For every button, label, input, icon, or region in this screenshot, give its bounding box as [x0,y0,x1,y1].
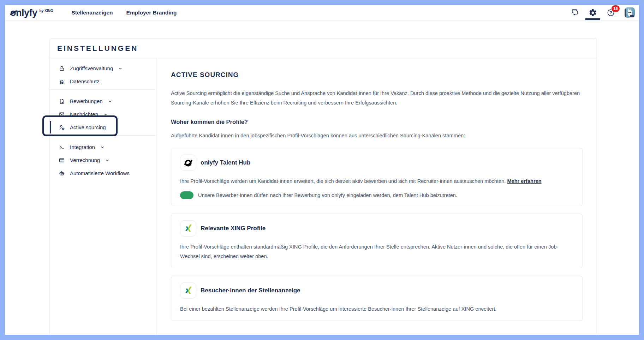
privacy-detective-icon [59,78,65,85]
panel-body: Zugriffsverwaltung Datenschutz [50,58,597,335]
card-title: Relevante XING Profile [201,225,266,232]
main-nav: Stellenanzeigen Employer Branding [71,10,177,16]
chevron-down-icon [100,145,105,149]
logo-rest: nlyfy [16,7,37,18]
card-header: Relevante XING Profile [180,219,574,238]
terminal-icon [59,144,65,150]
sidebar-label: Zugriffsverwaltung [70,65,113,71]
card-header: Besucher·innen der Stellenanzeige [180,281,574,300]
xing-logo-tile [180,220,196,237]
robot-icon [59,170,65,177]
card-xing-profile: Relevante XING Profile Ihre Profil-Vorsc… [171,214,583,268]
sidebar-item-active-sourcing[interactable]: Active sourcing [50,121,156,134]
sidebar-label: Nachrichten [70,111,98,117]
sidebar-divider [50,89,156,90]
chevron-down-icon [108,99,112,103]
envelope-icon [59,111,65,118]
sidebar-item-integration[interactable]: Integration [50,141,156,154]
onlyfy-logo-tile [180,155,196,171]
sidebar-divider [50,135,156,136]
sidebar-label: Verrechnung [70,157,100,163]
user-avatar[interactable] [625,7,635,18]
card-body-text: Ihre Profil-Vorschläge werden um Kandida… [180,178,506,184]
screenshot-frame: onlyfy by XING Stellenanzeigen Employer … [0,0,644,340]
profiles-subheading: Woher kommen die Profile? [171,119,583,125]
sidebar-item-verrechnung[interactable]: Verrechnung [50,154,156,167]
nav-employer-branding[interactable]: Employer Branding [126,10,177,16]
active-sourcing-content: ACTIVE SOURCING Active Sourcing ermöglic… [156,58,597,335]
sidebar-label: Datenschutz [70,78,99,84]
talent-hub-toggle-row: Unsere Bewerber·innen dürfen nach ihrer … [180,191,574,199]
page-title: EINSTELLUNGEN [50,38,597,58]
chevron-down-icon [105,158,109,162]
chat-icon[interactable] [571,8,579,17]
chevron-down-icon [103,112,108,117]
sidebar-item-nachrichten[interactable]: Nachrichten [50,108,156,121]
lock-icon [59,65,65,72]
app-window: onlyfy by XING Stellenanzeigen Employer … [5,5,639,335]
talent-hub-toggle[interactable] [180,191,193,199]
notification-badge: 16 [611,5,620,12]
settings-sidebar: Zugriffsverwaltung Datenschutz [50,58,156,335]
by-xing-label: by XING [40,9,53,13]
card-header: onlyfy Talent Hub [180,153,574,173]
card-job-ad-visitors: Besucher·innen der Stellenanzeige Bei ei… [171,276,583,321]
profiles-subintro: Aufgeführte Kandidat·innen in den jobspe… [171,131,583,141]
onlyfy-mark-icon [184,158,193,168]
sidebar-item-zugriffsverwaltung[interactable]: Zugriffsverwaltung [50,62,156,75]
card-talent-hub: onlyfy Talent Hub Ihre Profil-Vorschläge… [171,148,583,206]
sidebar-label: Active sourcing [70,124,106,130]
active-tab-underline [585,18,600,20]
xing-logo-tile [180,282,196,299]
card-body: Ihre Profil-Vorschläge werden um Kandida… [180,177,574,186]
person-gear-icon [59,124,65,131]
settings-panel: EINSTELLUNGEN Zugriffsverwaltung [49,38,597,335]
sidebar-label: Bewerbungen [70,98,103,104]
top-navbar: onlyfy by XING Stellenanzeigen Employer … [5,5,639,20]
card-title: onlyfy Talent Hub [201,159,250,166]
nav-stellenanzeigen[interactable]: Stellenanzeigen [71,10,113,16]
content-heading: ACTIVE SOURCING [171,71,583,79]
help-icon[interactable]: ? 16 [607,8,615,17]
sidebar-label: Automatisierte Workflows [70,170,130,176]
card-body: Ihre Profil-Vorschläge enthalten standar… [180,242,574,261]
sidebar-item-datenschutz[interactable]: Datenschutz [50,75,156,88]
document-icon [59,98,65,105]
sidebar-item-automatisierte-workflows[interactable]: Automatisierte Workflows [50,167,156,180]
toggle-label: Unsere Bewerber·innen dürfen nach ihrer … [198,192,457,198]
xing-logo-icon [184,286,193,295]
chevron-down-icon [118,66,123,71]
xing-logo-icon [184,224,193,233]
intro-paragraph: Active Sourcing ermöglicht die eigenstän… [171,89,583,108]
card-title: Besucher·innen der Stellenanzeige [201,287,300,294]
sidebar-label: Integration [70,144,95,150]
sidebar-item-bewerbungen[interactable]: Bewerbungen [50,95,156,108]
credit-card-icon [59,157,65,163]
header-actions: ? 16 [571,7,635,18]
onlyfy-wordmark: onlyfy [10,7,37,18]
card-body: Bei einer bezahlten Stellenanzeige werde… [180,304,574,314]
settings-gear-icon[interactable] [589,8,597,17]
learn-more-link[interactable]: Mehr erfahren [507,178,541,184]
onlyfy-logo[interactable]: onlyfy by XING [10,7,53,18]
